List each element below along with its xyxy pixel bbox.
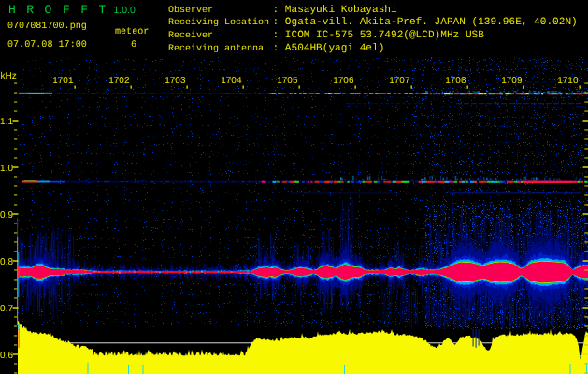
svg-text:: ICOM IC-575 53.7492(@LCD)MHz: : ICOM IC-575 53.7492(@LCD)MHz USB: [273, 29, 485, 41]
svg-text:: Ogata-vill. Akita-Pref. JAPA: : Ogata-vill. Akita-Pref. JAPAN (139.96E…: [273, 16, 578, 28]
svg-text:0707081700.png: 0707081700.png: [7, 22, 87, 32]
svg-text:: A504HB(yagi 4el): : A504HB(yagi 4el): [273, 42, 385, 54]
svg-text:1709: 1709: [501, 76, 523, 86]
svg-text:0.9: 0.9: [0, 210, 13, 221]
svg-text:0.6: 0.6: [0, 351, 13, 361]
svg-text:0.8: 0.8: [0, 257, 13, 267]
svg-text:1703: 1703: [165, 76, 186, 86]
svg-text:Observer: Observer: [168, 5, 213, 16]
svg-text:1702: 1702: [108, 76, 130, 86]
svg-text:Receiver: Receiver: [168, 30, 213, 41]
svg-text:1706: 1706: [333, 76, 354, 86]
svg-text:1707: 1707: [389, 76, 410, 86]
svg-text:Receiving antenna: Receiving antenna: [168, 43, 264, 54]
svg-text:1.1: 1.1: [0, 117, 13, 127]
svg-text:1704: 1704: [221, 76, 242, 86]
svg-text:H R O F F T: H R O F F T: [8, 3, 108, 17]
svg-text:meteor: meteor: [115, 27, 149, 37]
svg-text:: Masayuki Kobayashi: : Masayuki Kobayashi: [273, 4, 397, 16]
svg-text:Receiving Location: Receiving Location: [168, 17, 269, 28]
svg-text:1.0.0: 1.0.0: [114, 5, 136, 16]
svg-text:0.7: 0.7: [0, 304, 13, 314]
svg-text:1708: 1708: [445, 76, 466, 86]
svg-text:kHz: kHz: [1, 71, 17, 81]
svg-text:1701: 1701: [52, 76, 74, 86]
svg-text:1.0: 1.0: [0, 164, 13, 174]
svg-text:1705: 1705: [277, 76, 298, 86]
svg-text:1710: 1710: [557, 76, 579, 86]
svg-text:07.07.08 17:00: 07.07.08 17:00: [7, 40, 87, 50]
svg-text:6: 6: [131, 40, 136, 50]
